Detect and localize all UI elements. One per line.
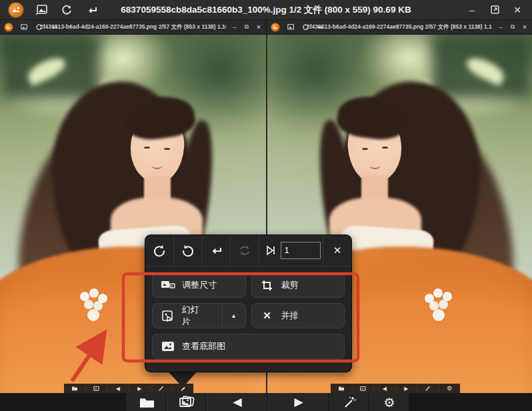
restore-button[interactable]: ⧉ — [508, 23, 517, 32]
refresh-icon[interactable] — [34, 23, 44, 32]
next-button[interactable]: ▶ — [268, 393, 329, 411]
refresh-icon[interactable] — [59, 3, 75, 17]
photos-button[interactable] — [86, 384, 108, 393]
image-icon[interactable] — [285, 23, 295, 32]
resize-button[interactable]: 调整尺寸 — [152, 272, 246, 298]
sync-button[interactable] — [231, 235, 259, 266]
gear-icon: ⚙ — [383, 395, 395, 410]
minimize-button[interactable]: – — [496, 23, 505, 32]
frame-step-cell — [259, 235, 324, 266]
prev-button[interactable]: ◀ — [107, 384, 129, 393]
close-button[interactable]: ✕ — [520, 23, 529, 32]
app-logo-icon — [4, 23, 13, 32]
close-button[interactable]: ✕ — [254, 23, 263, 32]
minimize-button[interactable]: – — [463, 2, 481, 18]
next-icon: ▶ — [294, 395, 303, 409]
close-button[interactable]: ✕ — [508, 2, 527, 18]
photos-button[interactable] — [167, 393, 207, 411]
refresh-icon[interactable] — [301, 23, 311, 32]
pane-title: 2f439513-b6ad-4d24-a169-2274ae87735.png … — [40, 23, 226, 31]
view-bottom-icon — [161, 341, 175, 352]
prev-button[interactable]: ◀ — [374, 384, 396, 393]
restore-button[interactable]: ⧉ — [242, 23, 251, 32]
popup-toolbar: ✕ — [145, 235, 351, 266]
app-logo-icon — [8, 2, 24, 18]
app-logo-icon — [271, 23, 280, 32]
forward-icon[interactable] — [316, 23, 326, 32]
wand-button[interactable] — [329, 393, 369, 411]
minimize-button[interactable]: – — [230, 23, 239, 32]
popup-close-button[interactable]: ✕ — [323, 235, 351, 266]
resize-icon — [161, 280, 175, 290]
photos-button[interactable] — [353, 384, 375, 393]
slideshow-main[interactable]: 幻灯片 — [153, 304, 215, 328]
view-bottom-button[interactable]: 查看底部图 — [152, 334, 345, 359]
restore-button[interactable] — [485, 2, 504, 18]
image-icon[interactable] — [19, 23, 29, 32]
undo-button[interactable] — [202, 235, 231, 266]
crop-button[interactable]: 裁剪 — [251, 272, 345, 298]
slideshow-caret-button[interactable]: ▲ — [222, 304, 245, 328]
left-pane-titlebar: 2f439513-b6ad-4d24-a169-2274ae87735.png … — [0, 20, 266, 35]
resize-label: 调整尺寸 — [182, 279, 217, 291]
open-folder-button[interactable] — [127, 393, 167, 411]
x-icon: ✕ — [260, 310, 275, 322]
view-bottom-label: 查看底部图 — [182, 340, 225, 352]
rotate-cw-button[interactable] — [145, 235, 174, 266]
gear-button[interactable]: ⚙ — [439, 384, 461, 393]
back-icon[interactable] — [49, 23, 59, 32]
main-titlebar: 6837059558cb8da5c81660b3_100%.jpg 1/2 文件… — [0, 0, 532, 20]
rotate-ccw-button[interactable] — [174, 235, 203, 266]
slideshow-icon — [161, 310, 175, 322]
crop-icon — [260, 280, 275, 291]
side-by-side-label: 并排 — [281, 310, 299, 322]
gear-icon: ⚙ — [447, 385, 452, 392]
side-by-side-button[interactable]: ✕ 并排 — [251, 303, 345, 328]
prev-button[interactable]: ◀ — [207, 393, 268, 411]
open-folder-button[interactable] — [64, 384, 86, 393]
main-bottom-toolbar: ◀ ▶ ⚙ — [0, 393, 532, 411]
image-viewer-window: 6837059558cb8da5c81660b3_100%.jpg 1/2 文件… — [0, 0, 532, 411]
frame-input[interactable] — [281, 242, 321, 259]
popup-callout-tail — [167, 370, 198, 388]
crop-label: 裁剪 — [281, 279, 299, 291]
slideshow-button[interactable]: 幻灯片 ▲ — [152, 303, 246, 328]
right-pane-toolbar: ◀ ▶ ⚙ — [331, 384, 460, 393]
edit-popup-menu: ✕ 调整尺寸 裁剪 幻灯片 — [145, 235, 351, 372]
next-button[interactable]: ▶ — [396, 384, 418, 393]
open-folder-button[interactable] — [331, 384, 353, 393]
prev-icon: ◀ — [233, 395, 241, 409]
image-icon[interactable] — [33, 3, 49, 17]
next-button[interactable]: ▶ — [129, 384, 151, 393]
pane-title: 2f439513-b6ad-4d24-a169-2274ae87735.png … — [307, 23, 492, 31]
frame-step-icon — [265, 244, 277, 256]
wand-button[interactable] — [417, 384, 439, 393]
right-pane-titlebar: 2f439513-b6ad-4d24-a169-2274ae87735.png … — [266, 20, 532, 35]
popup-menu-grid: 调整尺寸 裁剪 幻灯片 ▲ ✕ — [145, 266, 351, 365]
caret-up-icon: ▲ — [231, 312, 237, 319]
gear-button[interactable]: ⚙ — [369, 393, 409, 411]
slideshow-label: 幻灯片 — [181, 304, 207, 328]
back-icon[interactable] — [84, 3, 100, 17]
